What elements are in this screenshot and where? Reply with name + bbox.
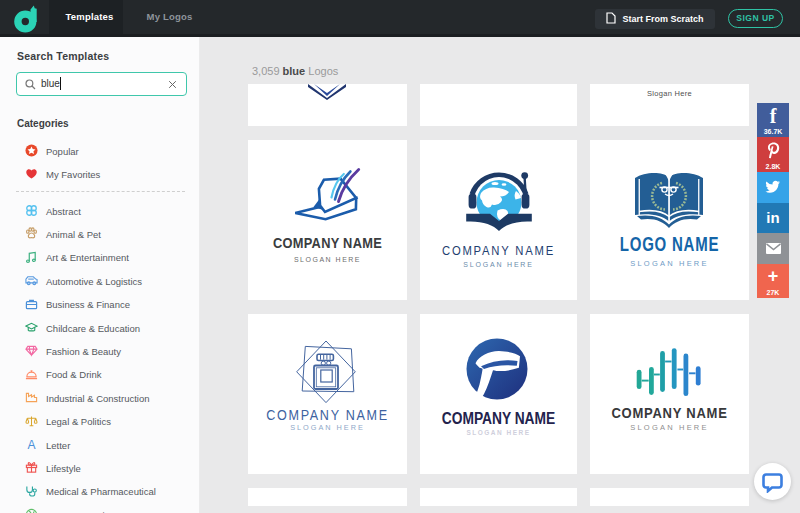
svg-text:A: A [27, 438, 36, 451]
